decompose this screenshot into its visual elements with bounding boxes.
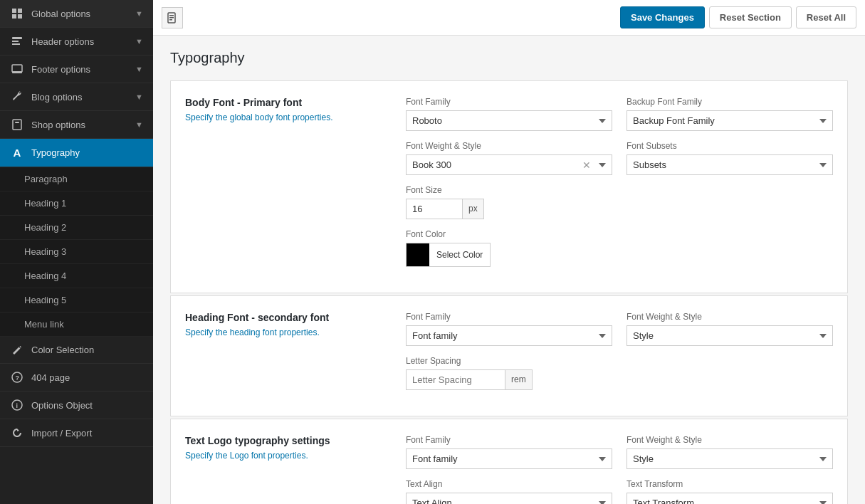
sidebar-sub-items: Paragraph Heading 1 Heading 2 Heading 3 … <box>0 167 153 337</box>
letter-spacing-label: Letter Spacing <box>406 356 584 366</box>
clear-weight-icon[interactable]: ✕ <box>582 160 591 170</box>
sidebar-item-import-export[interactable]: Import / Export <box>0 419 153 447</box>
sidebar-item-shop-options[interactable]: Shop options ▼ <box>0 111 153 139</box>
letter-spacing-input[interactable] <box>406 369 505 390</box>
font-size-label: Font Size <box>406 185 548 195</box>
heading-font-fields: Font Family Font family Roboto Arial <box>406 312 833 400</box>
info-icon: i <box>10 399 24 411</box>
font-size-input[interactable] <box>406 199 463 219</box>
field-group-letter-spacing: Letter Spacing rem <box>406 356 584 390</box>
logo-weight-label: Font Weight & Style <box>627 435 833 445</box>
field-group-logo-weight: Font Weight & Style Style Regular 400 <box>627 435 833 469</box>
sidebar-item-options-object[interactable]: i Options Object <box>0 392 153 419</box>
sidebar-item-header-options[interactable]: Header options ▼ <box>0 28 153 56</box>
heading-font-section: Heading Font - secondary font Specify th… <box>170 295 848 416</box>
font-family-select[interactable]: Roboto Arial Georgia <box>406 110 612 131</box>
backup-font-select[interactable]: Backup Font Family Arial Georgia <box>627 110 833 131</box>
shop-icon <box>10 119 24 130</box>
footer-icon <box>10 63 24 75</box>
font-subsets-select[interactable]: Subsets Latin Cyrillic <box>627 154 833 175</box>
sidebar-item-label: Color Selection <box>31 345 94 355</box>
field-group-text-transform: Text Transform Text Transform None Upper… <box>627 479 833 504</box>
font-color-button[interactable]: Select Color <box>406 243 491 267</box>
field-row-text-align-transform: Text Align Text Align Left Center Right <box>406 479 833 504</box>
body-font-subtitle: Specify the global body font properties. <box>185 112 384 122</box>
font-weight-select-wrapper: Book 300 Regular 400 Bold 700 ✕ <box>406 154 612 175</box>
logo-weight-wrapper: Style Regular 400 <box>627 448 833 469</box>
text-transform-wrapper: Text Transform None Uppercase Lowercase <box>627 493 833 504</box>
select-color-label: Select Color <box>429 250 490 260</box>
sidebar-item-label: Footer options <box>31 64 90 75</box>
text-logo-subtitle: Specify the Logo font properties. <box>185 451 384 461</box>
top-bar: Save Changes Reset Section Reset All <box>153 0 865 36</box>
text-align-wrapper: Text Align Left Center Right <box>406 493 612 504</box>
field-row-weight-subsets: Font Weight & Style Book 300 Regular 400… <box>406 141 833 175</box>
heading-weight-wrapper: Style Regular 400 Bold 700 <box>627 325 833 346</box>
font-weight-select[interactable]: Book 300 Regular 400 Bold 700 <box>406 154 612 175</box>
sidebar-item-404-page[interactable]: ? 404 page <box>0 364 153 392</box>
question-icon: ? <box>10 372 24 383</box>
font-size-input-wrapper: px <box>406 199 548 219</box>
font-weight-label: Font Weight & Style <box>406 141 612 151</box>
svg-rect-17 <box>169 17 174 19</box>
svg-rect-2 <box>12 14 16 19</box>
text-logo-title: Text Logo typography settings <box>185 435 384 446</box>
main-content: Save Changes Reset Section Reset All Typ… <box>153 0 865 504</box>
text-logo-description: Text Logo typography settings Specify th… <box>185 435 384 504</box>
sidebar-sub-item-paragraph[interactable]: Paragraph <box>0 167 153 191</box>
sidebar-sub-item-heading5[interactable]: Heading 5 <box>0 288 153 313</box>
save-changes-button[interactable]: Save Changes <box>620 6 705 28</box>
header-icon <box>10 36 24 47</box>
sidebar-item-blog-options[interactable]: Blog options ▼ <box>0 83 153 111</box>
backup-font-select-wrapper: Backup Font Family Arial Georgia <box>627 110 833 131</box>
chevron-icon: ▼ <box>135 65 143 73</box>
sidebar-item-label: 404 page <box>31 372 70 383</box>
field-row-font-family: Font Family Roboto Arial Georgia <box>406 97 833 131</box>
sidebar-item-typography[interactable]: A Typography <box>0 139 153 167</box>
svg-rect-0 <box>12 9 16 13</box>
field-group-heading-font-family: Font Family Font family Roboto Arial <box>406 312 612 346</box>
sidebar-sub-item-menu-link[interactable]: Menu link <box>0 313 153 337</box>
logo-weight-select[interactable]: Style Regular 400 <box>627 448 833 469</box>
field-group-heading-weight: Font Weight & Style Style Regular 400 Bo… <box>627 312 833 346</box>
heading-weight-select[interactable]: Style Regular 400 Bold 700 <box>627 325 833 346</box>
logo-font-family-select[interactable]: Font family Roboto <box>406 448 612 469</box>
sidebar-item-global-options[interactable]: Global options ▼ <box>0 0 153 28</box>
sidebar-item-color-selection[interactable]: Color Selection <box>0 337 153 364</box>
text-transform-label: Text Transform <box>627 479 833 489</box>
heading-font-family-wrapper: Font family Roboto Arial <box>406 325 612 346</box>
sidebar-item-label: Header options <box>31 36 94 47</box>
sidebar-item-footer-options[interactable]: Footer options ▼ <box>0 56 153 83</box>
heading-font-family-select[interactable]: Font family Roboto Arial <box>406 325 612 346</box>
sidebar-item-label: Typography <box>31 147 80 158</box>
text-transform-select[interactable]: Text Transform None Uppercase Lowercase <box>627 493 833 504</box>
heading-weight-label: Font Weight & Style <box>627 312 833 322</box>
sections-wrapper: Body Font - Primary font Specify the glo… <box>170 80 848 504</box>
sidebar-sub-item-heading4[interactable]: Heading 4 <box>0 264 153 288</box>
sidebar-sub-item-heading3[interactable]: Heading 3 <box>0 240 153 264</box>
body-font-title: Body Font - Primary font <box>185 97 384 108</box>
reset-section-button[interactable]: Reset Section <box>709 6 792 28</box>
sidebar-item-label: Global options <box>31 9 90 19</box>
reset-all-button[interactable]: Reset All <box>796 6 856 28</box>
svg-rect-3 <box>18 14 22 19</box>
field-row-font-size: Font Size px <box>406 185 833 219</box>
letter-spacing-unit: rem <box>505 369 533 390</box>
svg-text:?: ? <box>16 374 20 382</box>
svg-rect-6 <box>12 43 20 45</box>
sidebar-sub-item-heading2[interactable]: Heading 2 <box>0 216 153 240</box>
sidebar-item-label: Options Object <box>31 400 93 411</box>
sidebar-sub-item-heading1[interactable]: Heading 1 <box>0 191 153 216</box>
grid-icon <box>10 8 24 19</box>
body-font-fields: Font Family Roboto Arial Georgia <box>406 97 833 277</box>
text-logo-section: Text Logo typography settings Specify th… <box>170 419 848 504</box>
wrench-icon <box>10 91 24 103</box>
field-group-font-color: Font Color Select Color <box>406 229 833 267</box>
svg-rect-8 <box>12 71 22 73</box>
text-align-select[interactable]: Text Align Left Center Right <box>406 493 612 504</box>
page-title: Typography <box>170 50 848 66</box>
chevron-icon: ▼ <box>135 9 143 18</box>
font-color-label: Font Color <box>406 229 833 239</box>
chevron-icon: ▼ <box>135 37 143 46</box>
field-row-letter-spacing: Letter Spacing rem <box>406 356 833 390</box>
